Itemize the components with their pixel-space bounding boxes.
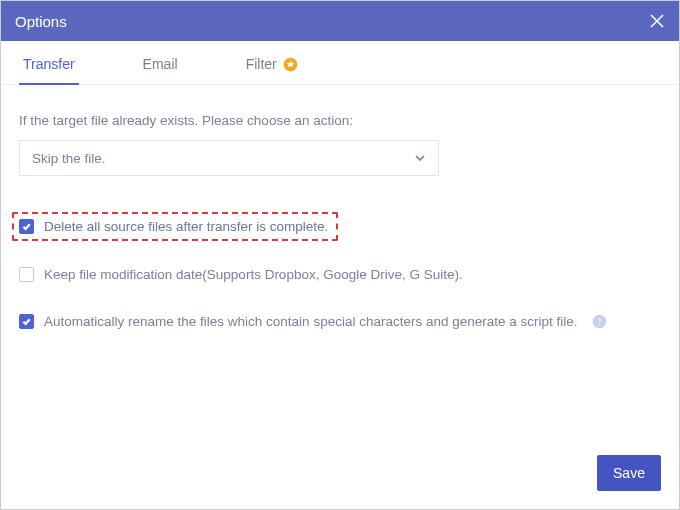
titlebar: Options [1,1,679,41]
help-icon[interactable] [592,314,607,329]
checkmark-icon [22,222,31,231]
checkbox-delete-source[interactable] [19,219,34,234]
tab-filter[interactable]: Filter [242,44,302,85]
checkbox-keep-mtime[interactable] [19,267,34,282]
label-keep-mtime: Keep file modification date(Supports Dro… [44,267,463,282]
save-button[interactable]: Save [597,455,661,491]
checkmark-icon [22,317,31,326]
tab-transfer-label: Transfer [23,56,75,72]
dialog-title: Options [15,13,67,30]
content-area: If the target file already exists. Pleas… [1,85,679,509]
tab-filter-label: Filter [246,56,277,72]
instruction-text: If the target file already exists. Pleas… [19,113,661,128]
tabs: Transfer Email Filter [1,41,679,85]
star-icon [283,57,298,72]
close-icon[interactable] [649,13,665,29]
action-select[interactable]: Skip the file. [19,140,439,176]
checkbox-auto-rename[interactable] [19,314,34,329]
tab-email-label: Email [143,56,178,72]
row-auto-rename: Automatically rename the files which con… [19,314,661,329]
label-delete-source: Delete all source files after transfer i… [44,219,328,234]
tab-email[interactable]: Email [139,44,182,85]
action-select-value: Skip the file. [32,151,106,166]
tab-transfer[interactable]: Transfer [19,44,79,85]
chevron-down-icon [414,152,426,164]
highlight-delete-source: Delete all source files after transfer i… [12,212,338,241]
row-keep-mtime: Keep file modification date(Supports Dro… [19,267,661,282]
label-auto-rename: Automatically rename the files which con… [44,314,578,329]
